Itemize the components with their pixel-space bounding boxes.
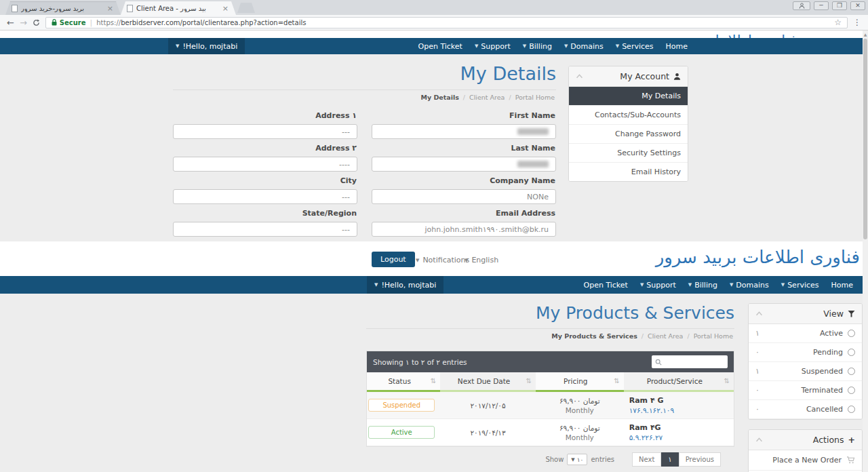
column-header-status[interactable]: Status⇅ <box>367 372 440 392</box>
sidebar-item-my-details[interactable]: My Details <box>569 87 688 106</box>
sidebar-item-contacts[interactable]: Contacts/Sub-Accounts <box>569 106 688 125</box>
current-page-button[interactable]: ۱ <box>661 452 678 467</box>
sidebar-item-change-password[interactable]: Change Password <box>569 125 688 144</box>
next-page-button[interactable]: Next <box>632 452 661 467</box>
browser-menu-icon[interactable]: ⋮ <box>853 18 861 27</box>
refresh-icon[interactable] <box>33 19 40 26</box>
breadcrumb-link[interactable]: Client Area <box>469 94 505 101</box>
radio-icon[interactable] <box>848 387 855 394</box>
page-size-select[interactable]: ▼ ۱۰ <box>567 454 587 465</box>
products-table: Showing ۱ to ۲ of ۲ entries Product/Serv… <box>366 351 734 447</box>
address1-field[interactable]: --- <box>173 124 357 139</box>
product-name: Ram ۴ G <box>629 396 664 405</box>
nav-home[interactable]: Home <box>831 281 853 290</box>
previous-page-button[interactable]: Previous <box>679 452 721 467</box>
table-toolbar: Showing ۱ to ۲ of ۲ entries <box>367 351 734 372</box>
scroll-up-icon[interactable]: ▲ <box>863 31 868 37</box>
nav-domains[interactable]: ▼Domains <box>564 42 604 51</box>
first-name-field[interactable] <box>372 124 556 139</box>
nav-services[interactable]: ▼Services <box>616 42 654 51</box>
nav-home[interactable]: Home <box>666 42 688 51</box>
new-tab-button[interactable] <box>237 3 255 13</box>
breadcrumb-link[interactable]: Client Area <box>648 332 683 340</box>
bookmark-star-icon[interactable]: ☆ <box>834 18 842 27</box>
nav-open-ticket[interactable]: Open Ticket <box>418 42 462 51</box>
user-icon <box>673 73 681 80</box>
filter-pending[interactable]: ۰ Pending <box>749 343 862 362</box>
column-header-product[interactable]: Product/Service⇅ <box>624 372 734 392</box>
scrollbar-thumb[interactable] <box>863 39 867 239</box>
main-navbar: ▼ !Hello, mojtabi Open Ticket ▼Support ▼… <box>0 38 868 54</box>
redacted-value <box>517 161 549 168</box>
nav-billing[interactable]: ▼Billing <box>688 281 717 290</box>
radio-icon[interactable] <box>848 330 855 337</box>
nav-billing[interactable]: ▼Billing <box>523 42 552 51</box>
state-field[interactable]: --- <box>173 222 357 237</box>
url-text: https://berbidserver.com/portal/clientar… <box>96 19 306 26</box>
language-dropdown[interactable]: ▼ English <box>465 256 498 264</box>
filter-cancelled[interactable]: ۰ Cancelled <box>749 400 862 419</box>
breadcrumb-link[interactable]: Portal Home <box>694 332 733 340</box>
account-dropdown[interactable]: ▼ !Hello, mojtabi <box>168 38 245 54</box>
address2-field[interactable]: ---- <box>173 157 357 172</box>
browser-tab-active[interactable]: Client Area - بید سرور × <box>121 1 236 15</box>
logout-button[interactable]: Logout <box>372 252 415 267</box>
my-account-panel-header[interactable]: My Account <box>569 66 688 87</box>
product-name: Ram ۴G <box>629 423 661 432</box>
account-dropdown[interactable]: ▼ !Hello, mojtabi <box>367 276 443 294</box>
nav-services[interactable]: ▼Services <box>781 281 819 290</box>
browser-tab-bar: برید سرور-خرید سرور × Client Area - بید … <box>0 0 868 15</box>
filter-terminated[interactable]: ۰ Terminated <box>749 381 862 400</box>
sidebar-item-security-settings[interactable]: Security Settings <box>569 144 688 163</box>
site-brand-cutoff: فناوری اطلاعات بربید سرور <box>580 33 797 38</box>
back-icon[interactable]: ← <box>7 18 14 27</box>
nav-support[interactable]: ▼Support <box>640 281 676 290</box>
products-sidebar: View ۱ Active ۰ Pending ۱ Suspended ۰ Te… <box>748 303 863 472</box>
sidebar-item-email-history[interactable]: Email History <box>569 163 688 181</box>
radio-icon[interactable] <box>848 368 855 375</box>
search-input[interactable] <box>652 355 728 368</box>
secure-badge[interactable]: Secure <box>52 19 86 26</box>
redacted-value <box>517 128 549 135</box>
radio-icon[interactable] <box>848 406 855 413</box>
server-ip-link[interactable]: ۱۷۶.۹.۱۶۲.۱۰۹ <box>629 406 674 414</box>
place-new-order-link[interactable]: Place a New Order <box>749 450 862 471</box>
address-bar[interactable]: Secure | https://berbidserver.com/portal… <box>45 17 848 28</box>
close-button[interactable]: ✕ <box>850 1 865 10</box>
page-scrollbar[interactable]: ▲ <box>863 31 868 472</box>
nav-open-ticket[interactable]: Open Ticket <box>584 281 628 290</box>
tab-close-icon[interactable]: × <box>221 4 230 13</box>
chevron-down-icon: ▼ <box>176 43 179 49</box>
profile-icon[interactable] <box>793 1 810 10</box>
browser-tab[interactable]: برید سرور-خرید سرور × <box>5 1 121 15</box>
column-header-next-due-date[interactable]: Next Due Date⇅ <box>440 372 536 392</box>
sort-icon: ⇅ <box>614 377 619 385</box>
minimize-button[interactable]: ─ <box>814 1 829 10</box>
email-field[interactable]: john.john.smith۱۹۹۰.smith@bk.ru <box>372 222 556 237</box>
field-label: City <box>174 176 357 185</box>
breadcrumb-link[interactable]: Portal Home <box>515 94 555 101</box>
nav-domains[interactable]: ▼Domains <box>730 281 769 290</box>
actions-panel-header[interactable]: Actions + <box>749 430 862 450</box>
restore-button[interactable]: ❐ <box>832 1 847 10</box>
actions-panel: Actions + Place a New Order View Availab… <box>748 429 863 472</box>
tab-close-icon[interactable]: × <box>106 4 115 13</box>
table-row[interactable]: Ram ۴ G ۱۷۶.۹.۱۶۲.۱۰۹ ۶۹,۹۰۰ تومان Month… <box>367 392 734 419</box>
city-field[interactable]: --- <box>173 189 357 204</box>
status-badge[interactable]: Suspended <box>368 399 435 412</box>
notifications-dropdown[interactable]: ▼ Notifications <box>416 256 469 264</box>
filter-active[interactable]: ۱ Active <box>749 324 862 343</box>
view-panel-header[interactable]: View <box>749 304 862 324</box>
company-name-field[interactable]: NONe <box>372 189 556 204</box>
site-brand: فناوری اطلاعات بربید سرور <box>656 247 860 267</box>
column-header-pricing[interactable]: Pricing⇅ <box>536 372 624 392</box>
filter-suspended[interactable]: ۱ Suspended <box>749 362 862 381</box>
last-name-field[interactable] <box>372 157 556 172</box>
nav-support[interactable]: ▼Support <box>475 42 511 51</box>
radio-icon[interactable] <box>848 349 855 356</box>
table-row[interactable]: Ram ۴G ۵.۹.۲۲۶.۲۷ ۶۹,۹۰۰ تومان Monthly ۲… <box>367 419 734 446</box>
chevron-up-icon <box>755 311 763 316</box>
server-ip-link[interactable]: ۵.۹.۲۲۶.۲۷ <box>629 433 663 441</box>
forward-icon[interactable]: → <box>20 18 27 27</box>
status-badge[interactable]: Active <box>368 426 435 439</box>
